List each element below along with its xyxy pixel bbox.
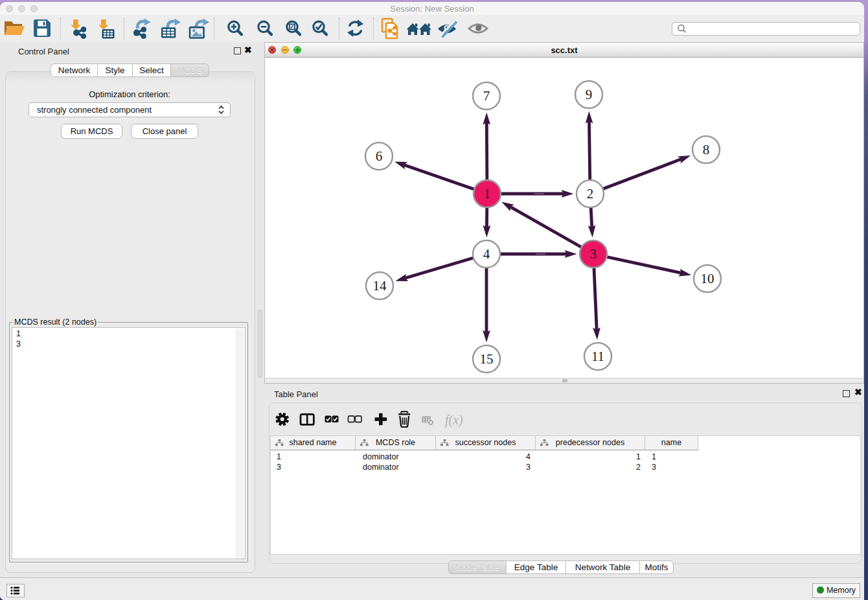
svg-text:15: 15: [480, 351, 494, 367]
svg-text:2: 2: [587, 186, 594, 202]
svg-text:7: 7: [483, 88, 490, 104]
svg-text:11: 11: [591, 349, 604, 364]
svg-text:14: 14: [373, 278, 387, 294]
svg-text:1: 1: [484, 186, 491, 202]
svg-text:4: 4: [483, 246, 490, 262]
svg-text:10: 10: [701, 271, 714, 286]
svg-text:f(x): f(x): [445, 413, 463, 428]
svg-text:3: 3: [590, 246, 597, 262]
svg-text:8: 8: [703, 142, 710, 157]
svg-text:9: 9: [586, 87, 593, 102]
svg-text:6: 6: [376, 148, 383, 164]
